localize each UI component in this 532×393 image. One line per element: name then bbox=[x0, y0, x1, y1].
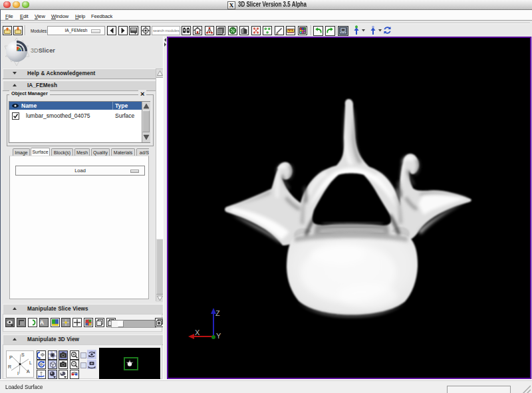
svg-text:X: X bbox=[195, 328, 200, 336]
svg-text:P: P bbox=[9, 355, 13, 360]
svg-text:R: R bbox=[8, 364, 11, 369]
svg-text:Y: Y bbox=[216, 332, 221, 340]
svg-text:A: A bbox=[27, 369, 30, 374]
svg-text:Z: Z bbox=[215, 309, 220, 317]
svg-text:I: I bbox=[17, 371, 19, 376]
svg-text:L: L bbox=[29, 360, 32, 365]
svg-text:S: S bbox=[21, 352, 25, 357]
